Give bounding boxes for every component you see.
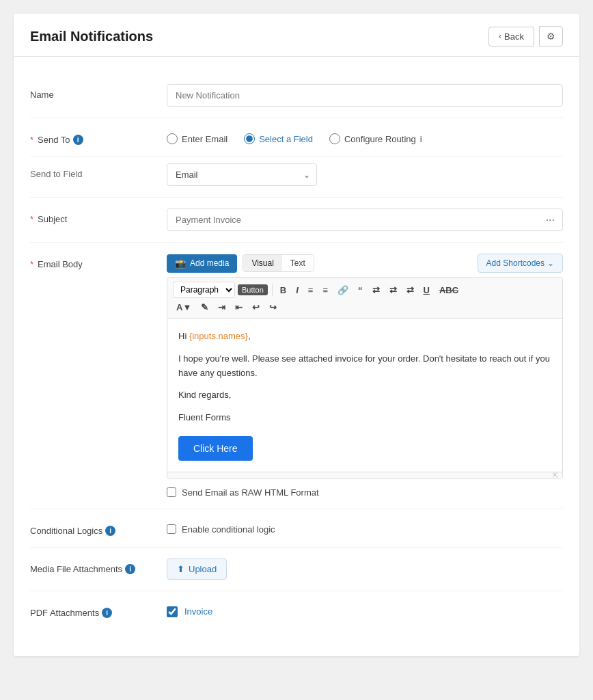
italic-button[interactable]: I bbox=[292, 284, 302, 297]
subject-required-asterisk: * bbox=[30, 214, 33, 224]
upload-button[interactable]: ⬆ Upload bbox=[167, 558, 227, 580]
pdf-invoice-row: Invoice bbox=[167, 602, 563, 617]
conditional-logics-label: Conditional Logics i bbox=[30, 520, 167, 536]
media-file-attachments-row: Media File Attachments i ⬆ Upload bbox=[30, 548, 563, 591]
button-tag-button[interactable]: Button bbox=[238, 284, 268, 295]
media-file-attachments-label: Media File Attachments i bbox=[30, 558, 167, 574]
raw-html-label: Send Email as RAW HTML Format bbox=[182, 487, 319, 498]
send-to-label: * Send To i bbox=[30, 129, 167, 145]
add-shortcodes-button[interactable]: Add Shortcodes ⌄ bbox=[478, 254, 563, 273]
configure-routing-info-icon[interactable]: i bbox=[420, 134, 422, 144]
eraser-button[interactable]: ✎ bbox=[197, 301, 212, 314]
send-to-field-select-wrapper: Email Other ⌄ bbox=[167, 163, 317, 186]
font-color-button[interactable]: A▼ bbox=[173, 301, 195, 314]
form-body: Name * Send To i Enter Email bbox=[14, 57, 579, 629]
send-to-field-row: Send to Field Email Other ⌄ bbox=[30, 157, 563, 198]
add-media-icon: 📸 bbox=[175, 258, 186, 269]
send-to-row: * Send To i Enter Email Select a Field bbox=[30, 118, 563, 157]
email-body-left-controls: 📸 Add media Visual Text bbox=[167, 254, 314, 273]
gear-icon: ⚙ bbox=[547, 31, 555, 42]
align-left-button[interactable]: ⇄ bbox=[369, 284, 383, 297]
email-body-control: 📸 Add media Visual Text Add Shortcodes ⌄ bbox=[167, 254, 563, 498]
media-file-attachments-control: ⬆ Upload bbox=[167, 558, 563, 580]
editor-resize-bar: ⇱ bbox=[167, 472, 562, 479]
greeting-text: Hi bbox=[178, 331, 189, 341]
chevron-left-icon: ‹ bbox=[499, 31, 501, 41]
settings-button[interactable]: ⚙ bbox=[539, 26, 563, 46]
visual-tab-button[interactable]: Visual bbox=[243, 255, 281, 271]
back-button[interactable]: ‹ Back bbox=[488, 27, 534, 46]
bold-button[interactable]: B bbox=[277, 284, 290, 297]
strikethrough-button[interactable]: ABC bbox=[436, 284, 462, 297]
pdf-attachments-control: Invoice bbox=[167, 602, 563, 617]
pdf-attachments-label: PDF Attachments i bbox=[30, 602, 167, 618]
editor-content[interactable]: Hi {inputs.names}, I hope you're well. P… bbox=[167, 319, 562, 472]
text-tab-button[interactable]: Text bbox=[282, 255, 314, 271]
undo-button[interactable]: ↩ bbox=[249, 301, 263, 314]
blockquote-button[interactable]: “ bbox=[355, 284, 366, 297]
ol-button[interactable]: ≡ bbox=[319, 284, 331, 297]
email-body-label: * Email Body bbox=[30, 254, 167, 269]
redo-button[interactable]: ↪ bbox=[266, 301, 280, 314]
add-media-button[interactable]: 📸 Add media bbox=[167, 254, 237, 273]
body-paragraph-3: Fluent Forms bbox=[178, 411, 551, 425]
name-input[interactable] bbox=[167, 84, 563, 107]
pdf-invoice-checkbox[interactable] bbox=[167, 606, 178, 617]
paragraph-select[interactable]: Paragraph bbox=[173, 282, 235, 298]
subject-row: * Subject ··· bbox=[30, 198, 563, 243]
outdent-button[interactable]: ⇤ bbox=[232, 301, 246, 314]
raw-html-row: Send Email as RAW HTML Format bbox=[167, 479, 563, 498]
conditional-logics-control: Enable conditional logic bbox=[167, 520, 563, 535]
email-body-top-controls: 📸 Add media Visual Text Add Shortcodes ⌄ bbox=[167, 254, 563, 273]
pdf-attachments-info-icon[interactable]: i bbox=[102, 608, 112, 618]
email-body-required-asterisk: * bbox=[30, 259, 33, 269]
body-paragraph-1: I hope you're well. Please see attached … bbox=[178, 352, 551, 381]
send-to-control: Enter Email Select a Field Configure Rou… bbox=[167, 129, 563, 144]
toolbar-row-1: Paragraph Button B I ≡ ≡ 🔗 “ ⇄ ⇄ bbox=[173, 282, 557, 298]
toolbar-row-2: A▼ ✎ ⇥ ⇤ ↩ ↪ bbox=[173, 301, 557, 314]
required-asterisk: * bbox=[30, 135, 33, 145]
conditional-logics-row: Conditional Logics i Enable conditional … bbox=[30, 509, 563, 548]
radio-enter-email[interactable]: Enter Email bbox=[167, 133, 227, 144]
underline-button[interactable]: U bbox=[420, 284, 433, 297]
send-to-field-select[interactable]: Email Other bbox=[167, 163, 317, 186]
name-control bbox=[167, 84, 563, 107]
header-actions: ‹ Back ⚙ bbox=[488, 26, 563, 46]
editor-container: Paragraph Button B I ≡ ≡ 🔗 “ ⇄ ⇄ bbox=[167, 277, 563, 479]
enable-conditional-logic-checkbox[interactable] bbox=[167, 524, 176, 534]
pdf-attachments-row: PDF Attachments i Invoice bbox=[30, 591, 563, 629]
radio-select-field-input[interactable] bbox=[244, 133, 255, 144]
radio-configure-routing[interactable]: Configure Routing i bbox=[329, 133, 422, 144]
click-here-button[interactable]: Click Here bbox=[178, 436, 253, 461]
media-file-info-icon[interactable]: i bbox=[125, 564, 135, 574]
upload-icon: ⬆ bbox=[177, 564, 184, 574]
page-container: Email Notifications ‹ Back ⚙ Name * Send… bbox=[14, 14, 579, 656]
pdf-invoice-label: Invoice bbox=[184, 606, 212, 617]
conditional-logics-info-icon[interactable]: i bbox=[105, 526, 115, 536]
body-paragraph-2: Kind regards, bbox=[178, 388, 551, 403]
indent-button[interactable]: ⇥ bbox=[215, 301, 229, 314]
link-button[interactable]: 🔗 bbox=[334, 284, 352, 297]
send-to-field-label: Send to Field bbox=[30, 163, 167, 179]
radio-select-field[interactable]: Select a Field bbox=[244, 133, 313, 144]
subject-input[interactable] bbox=[167, 208, 563, 231]
name-row: Name bbox=[30, 73, 563, 118]
subject-input-wrapper: ··· bbox=[167, 208, 563, 231]
send-to-info-icon[interactable]: i bbox=[73, 135, 83, 145]
radio-configure-routing-input[interactable] bbox=[329, 133, 340, 144]
radio-enter-email-input[interactable] bbox=[167, 133, 178, 144]
toolbar-divider-1 bbox=[272, 284, 273, 296]
shortcodes-chevron-icon: ⌄ bbox=[547, 258, 554, 268]
enable-conditional-logic-label: Enable conditional logic bbox=[182, 524, 275, 535]
raw-html-checkbox[interactable] bbox=[167, 487, 176, 497]
align-center-button[interactable]: ⇄ bbox=[386, 284, 400, 297]
subject-more-icon[interactable]: ··· bbox=[546, 214, 555, 226]
email-body-row: * Email Body 📸 Add media Visual Text bbox=[30, 243, 563, 509]
ul-button[interactable]: ≡ bbox=[305, 284, 317, 297]
send-to-field-control: Email Other ⌄ bbox=[167, 163, 563, 186]
editor-toolbar: Paragraph Button B I ≡ ≡ 🔗 “ ⇄ ⇄ bbox=[167, 278, 562, 319]
resize-icon: ⇱ bbox=[553, 472, 558, 479]
align-right-button[interactable]: ⇄ bbox=[403, 284, 417, 297]
visual-text-tabs: Visual Text bbox=[243, 254, 314, 272]
shortcode-text: {inputs.names} bbox=[189, 331, 248, 341]
